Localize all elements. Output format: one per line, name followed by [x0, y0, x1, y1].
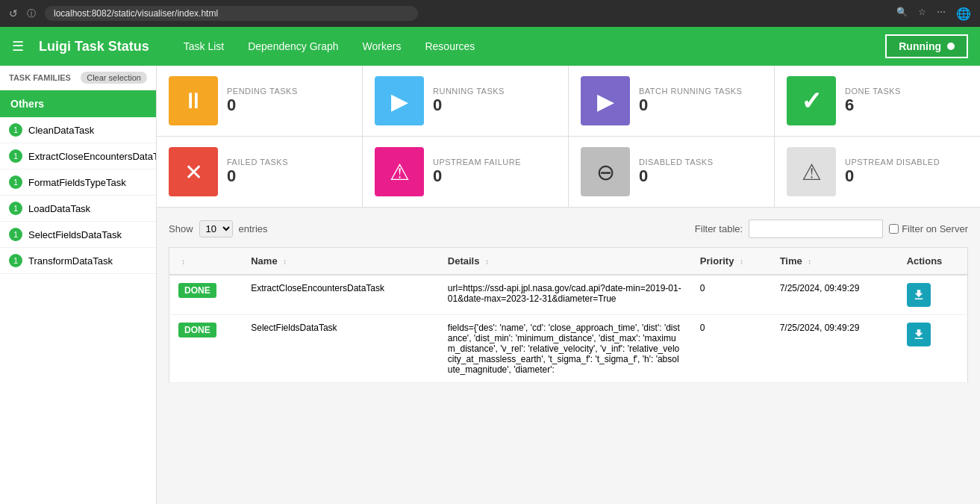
sidebar-header: TASK FAMILIES Clear selection: [0, 66, 156, 90]
task-label: CleanDataTask: [28, 125, 94, 136]
row2-priority: 0: [691, 315, 771, 383]
upstream-failure-label: UPSTREAM FAILURE: [433, 158, 521, 167]
table-row: DONE SelectFieldsDataTask fields={'des':…: [169, 315, 968, 383]
row2-actions: [898, 315, 968, 383]
row1-time: 7/25/2024, 09:49:29: [771, 275, 898, 315]
sidebar-item-selectfields[interactable]: 1 SelectFieldsDataTask: [0, 222, 156, 248]
filter-input[interactable]: [749, 220, 883, 238]
running-label: Running: [899, 40, 941, 52]
task-badge: 1: [9, 254, 22, 267]
card-upstream-disabled[interactable]: ⚠ UPSTREAM DISABLED 0: [775, 137, 980, 207]
col-name[interactable]: Name ↕: [242, 248, 439, 276]
failed-label: FAILED TASKS: [227, 158, 288, 167]
task-badge: 1: [9, 149, 22, 163]
done-count: 6: [845, 96, 901, 115]
task-badge: 1: [9, 175, 22, 189]
card-batch-running[interactable]: ▶ BATCH RUNNING TASKS 0: [569, 66, 774, 136]
nav-links: Task List Dependency Graph Workers Resou…: [172, 27, 487, 66]
table-row: DONE ExtractCloseEncountersDataTask url=…: [169, 275, 968, 315]
disabled-label: DISABLED TASKS: [639, 158, 714, 167]
sidebar-item-cleandatatask[interactable]: 1 CleanDataTask: [0, 117, 156, 143]
browser-bar: ↺ ⓘ localhost:8082/static/visualiser/ind…: [0, 0, 980, 27]
row2-details: fields={'des': 'name', 'cd': 'close_appr…: [439, 315, 691, 383]
row2-name: SelectFieldsDataTask: [242, 315, 439, 383]
col-time[interactable]: Time ↕: [771, 248, 898, 276]
card-running[interactable]: ▶ RUNNING TASKS 0: [363, 66, 568, 136]
card-disabled[interactable]: ⊖ DISABLED TASKS 0: [569, 137, 774, 207]
card-failed[interactable]: ✕ FAILED TASKS 0: [157, 137, 362, 207]
main-layout: TASK FAMILIES Clear selection Others 1 C…: [0, 66, 980, 504]
pending-count: 0: [227, 96, 298, 115]
running-icon: ▶: [375, 76, 424, 125]
browser-icons: 🔍 ☆ ⋯ 🌐: [896, 7, 971, 21]
entries-label: entries: [239, 223, 268, 234]
hamburger-menu[interactable]: ☰: [12, 38, 24, 55]
row2-action-button[interactable]: [907, 323, 931, 346]
upstream-failure-icon: ⚠: [375, 147, 424, 196]
task-label: ExtractCloseEncountersDataTa...: [28, 151, 157, 162]
done-label: DONE TASKS: [845, 87, 901, 96]
row1-status: DONE: [169, 275, 243, 315]
sidebar-item-others[interactable]: Others: [0, 90, 156, 117]
filter-label: Filter table:: [695, 223, 743, 234]
running-dot: [947, 43, 955, 50]
url-bar[interactable]: localhost:8082/static/visualiser/index.h…: [45, 6, 418, 21]
col-status: ↕: [169, 248, 243, 276]
col-priority[interactable]: Priority ↕: [691, 248, 771, 276]
data-table: ↕ Name ↕ Details ↕ Priority ↕ Time ↕ Act…: [169, 247, 968, 383]
batch-running-label: BATCH RUNNING TASKS: [639, 87, 742, 96]
upstream-disabled-label: UPSTREAM DISABLED: [845, 158, 940, 167]
sidebar-item-transform[interactable]: 1 TransformDataTask: [0, 248, 156, 274]
disabled-icon: ⊖: [581, 147, 630, 196]
batch-running-count: 0: [639, 96, 742, 115]
nav-task-list[interactable]: Task List: [172, 27, 236, 66]
sidebar-item-loaddata[interactable]: 1 LoadDataTask: [0, 196, 156, 222]
disabled-count: 0: [639, 167, 714, 186]
filter-server-checkbox[interactable]: [889, 224, 899, 234]
table-area: Show 10 25 50 entries Filter table: Filt…: [157, 208, 980, 395]
task-label: SelectFieldsDataTask: [28, 229, 122, 240]
card-upstream-failure[interactable]: ⚠ UPSTREAM FAILURE 0: [363, 137, 568, 207]
task-label: TransformDataTask: [28, 255, 113, 267]
pending-icon: ⏸: [169, 76, 218, 125]
upstream-failure-count: 0: [433, 167, 521, 186]
card-pending[interactable]: ⏸ PENDING TASKS 0: [157, 66, 362, 136]
row1-name: ExtractCloseEncountersDataTask: [242, 275, 439, 315]
task-badge: 1: [9, 123, 22, 137]
sidebar-item-formatfields[interactable]: 1 FormatFieldsTypeTask: [0, 169, 156, 196]
nav-resources[interactable]: Resources: [413, 27, 487, 66]
table-controls: Show 10 25 50 entries Filter table: Filt…: [169, 220, 968, 238]
entries-select[interactable]: 10 25 50: [199, 220, 233, 237]
failed-icon: ✕: [169, 147, 218, 196]
row2-time: 7/25/2024, 09:49:29: [771, 315, 898, 383]
nav-workers[interactable]: Workers: [351, 27, 413, 66]
batch-running-icon: ▶: [581, 76, 630, 125]
col-details[interactable]: Details ↕: [439, 248, 691, 276]
sidebar-item-extractclose[interactable]: 1 ExtractCloseEncountersDataTa...: [0, 143, 156, 169]
clear-selection-button[interactable]: Clear selection: [81, 72, 147, 84]
row1-action-button[interactable]: [907, 283, 931, 307]
show-label: Show: [169, 223, 193, 234]
card-done[interactable]: ✓ DONE TASKS 6: [775, 66, 980, 136]
row1-priority: 0: [691, 275, 771, 315]
nav-dependency-graph[interactable]: Dependency Graph: [236, 27, 350, 66]
table-header-row: ↕ Name ↕ Details ↕ Priority ↕ Time ↕ Act…: [169, 248, 968, 276]
running-badge: Running: [885, 34, 968, 58]
done-icon: ✓: [787, 76, 836, 125]
row1-actions: [898, 275, 968, 315]
pending-label: PENDING TASKS: [227, 87, 298, 96]
task-families-label: TASK FAMILIES: [9, 73, 71, 82]
status-cards-grid: ⏸ PENDING TASKS 0 ▶ RUNNING TASKS 0 ▶: [157, 66, 980, 208]
sidebar-tasks-list: 1 CleanDataTask 1 ExtractCloseEncounters…: [0, 117, 156, 274]
app-title: Luigi Task Status: [39, 39, 149, 55]
row2-status: DONE: [169, 315, 243, 383]
sidebar: TASK FAMILIES Clear selection Others 1 C…: [0, 66, 157, 504]
task-label: FormatFieldsTypeTask: [28, 177, 126, 188]
row1-details: url=https://ssd-api.jpl.nasa.gov/cad.api…: [439, 275, 691, 315]
running-count: 0: [433, 96, 505, 115]
running-label-card: RUNNING TASKS: [433, 87, 505, 96]
failed-count: 0: [227, 167, 288, 186]
app-header: ☰ Luigi Task Status Task List Dependency…: [0, 27, 980, 66]
content-area: ⏸ PENDING TASKS 0 ▶ RUNNING TASKS 0 ▶: [157, 66, 980, 504]
task-badge: 1: [9, 202, 22, 215]
